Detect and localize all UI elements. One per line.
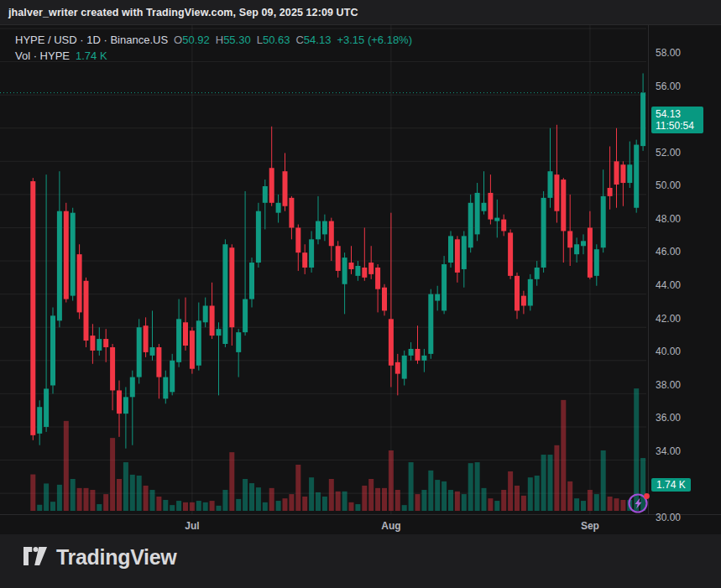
tradingview-logo[interactable]: TradingView xyxy=(24,545,177,570)
candle-body xyxy=(455,239,460,273)
tradingview-snapshot: jhalver_writer created with TradingView.… xyxy=(0,0,721,588)
candle-body xyxy=(156,347,161,377)
volume-bar xyxy=(229,452,234,511)
volume-bar xyxy=(421,490,426,511)
volume-bar xyxy=(64,421,69,511)
volume-bar xyxy=(355,504,360,511)
volume-bar xyxy=(594,494,599,511)
candle-body xyxy=(309,239,314,268)
candle-body xyxy=(355,266,360,276)
volume-bar xyxy=(402,505,407,511)
candle-body xyxy=(130,377,135,398)
tradingview-logo-icon xyxy=(24,547,49,569)
boost-button[interactable] xyxy=(625,489,654,519)
bar-countdown: 11:50:54 xyxy=(656,120,699,132)
open-value: 50.92 xyxy=(182,34,210,46)
candle-body xyxy=(256,211,261,263)
volume-bar xyxy=(368,479,374,511)
candle-body xyxy=(183,322,188,346)
candle-body xyxy=(322,221,327,235)
volume-bar xyxy=(588,490,593,511)
volume-bar xyxy=(243,479,248,511)
symbol-title[interactable]: HYPE / USD · 1D · Binance.US xyxy=(15,34,168,46)
candle-body xyxy=(508,232,513,275)
candle-body xyxy=(362,268,367,278)
candle-body xyxy=(57,211,62,321)
candle-body xyxy=(435,294,440,301)
candle-body xyxy=(494,218,499,221)
chart-panel[interactable]: HYPE / USD · 1D · Binance.US O50.92 H55.… xyxy=(0,24,721,534)
price-axis-label: 52.00 xyxy=(656,147,681,159)
candle-body xyxy=(634,145,639,208)
candle-body xyxy=(608,188,613,196)
volume-bar xyxy=(263,502,268,511)
candle-body xyxy=(627,164,632,183)
volume-bar xyxy=(362,486,367,511)
volume-bar xyxy=(236,499,241,511)
candle-body xyxy=(402,356,407,379)
volume-bar xyxy=(50,502,55,511)
candle-body xyxy=(123,397,128,414)
volume-bar xyxy=(269,488,274,511)
candle-body xyxy=(84,281,89,341)
volume-bar xyxy=(196,501,201,511)
volume-bar xyxy=(614,498,619,511)
volume-bar xyxy=(448,490,453,511)
candle-body xyxy=(64,211,69,299)
volume-badge-value: 1.74 K xyxy=(656,479,686,491)
volume-bar xyxy=(256,487,261,511)
volume-bar xyxy=(428,471,433,511)
volume-bar xyxy=(567,481,572,511)
footer-bar: TradingView xyxy=(0,534,721,588)
candle-body xyxy=(210,305,215,336)
tradingview-wordmark: TradingView xyxy=(56,545,177,570)
candle-body xyxy=(409,349,414,356)
candle-body xyxy=(176,319,181,362)
volume-bar xyxy=(322,497,327,511)
candle-body xyxy=(229,247,234,327)
volume-bar xyxy=(441,481,447,511)
candle-body xyxy=(441,264,447,310)
volume-bar xyxy=(508,471,513,511)
volume-bar xyxy=(156,497,161,511)
high-key: H xyxy=(216,34,223,46)
volume-bar xyxy=(30,475,35,511)
candle-body xyxy=(614,161,619,185)
legend-row-volume: Vol · HYPE 1.74 K xyxy=(15,48,412,64)
price-axis-label: 36.00 xyxy=(656,412,681,424)
volume-bar xyxy=(468,463,473,511)
price-axis-label: 56.00 xyxy=(656,81,681,92)
candle-body xyxy=(395,362,400,374)
volume-bar xyxy=(349,502,354,511)
volume-bar xyxy=(382,488,387,511)
volume-bar xyxy=(249,483,254,511)
lightning-boost-icon xyxy=(625,489,654,516)
chart-svg[interactable] xyxy=(0,25,721,535)
volume-bar xyxy=(283,498,288,511)
candle-body xyxy=(501,220,506,232)
volume-bar xyxy=(581,501,586,511)
candle-body xyxy=(574,244,579,254)
volume-bar xyxy=(601,450,606,511)
candle-body xyxy=(448,236,453,263)
candle-body xyxy=(475,193,480,234)
volume-study-title[interactable]: Vol · HYPE xyxy=(15,49,70,62)
volume-bar xyxy=(316,492,321,511)
candle-body xyxy=(276,203,281,213)
candle-body xyxy=(295,227,300,252)
candle-body xyxy=(50,315,55,385)
volume-bar xyxy=(608,497,613,511)
volume-bar xyxy=(561,400,566,511)
high-value: 55.30 xyxy=(223,34,251,46)
candle-body xyxy=(236,332,241,352)
volume-bar xyxy=(176,501,181,511)
volume-bar xyxy=(217,506,222,511)
price-axis-label: 44.00 xyxy=(656,279,681,291)
price-axis-label: 38.00 xyxy=(656,379,681,391)
volume-bar xyxy=(37,505,42,511)
volume-bar xyxy=(295,465,300,511)
volume-bar xyxy=(210,501,215,511)
chart-legend: HYPE / USD · 1D · Binance.US O50.92 H55.… xyxy=(15,32,412,64)
volume-bar xyxy=(97,504,102,511)
candle-body xyxy=(428,294,433,354)
